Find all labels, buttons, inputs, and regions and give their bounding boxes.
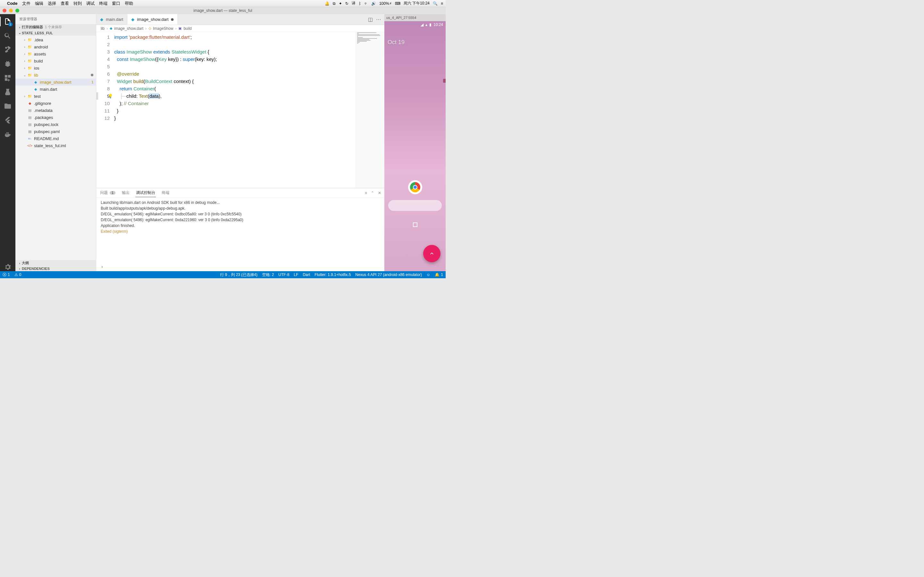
status-errors[interactable]: ⓧ 1 [3, 272, 10, 277]
tab-image-show-dart[interactable]: ◆ image_show.dart [128, 14, 178, 25]
status-cursor[interactable]: 行 9，列 23 (已选择4) [220, 272, 258, 277]
search-icon[interactable] [3, 31, 12, 40]
tree-item-ios[interactable]: ›📁ios [15, 64, 96, 71]
source-control-icon[interactable] [3, 45, 12, 54]
sync-icon[interactable]: ↻ [345, 1, 349, 6]
battery-status[interactable]: 100% ⚡︎ [379, 1, 392, 6]
explorer-badge: 1 [8, 23, 13, 26]
menu-help[interactable]: 帮助 [125, 1, 133, 6]
docker-icon[interactable] [3, 130, 12, 139]
tree-item-pubspec-lock[interactable]: ▤pubspec.lock [15, 121, 96, 128]
tree-item-pubspec-yaml[interactable]: ▤pubspec.yaml [15, 128, 96, 135]
panel-tab-debug-console[interactable]: 调试控制台 [136, 190, 156, 197]
outline-section[interactable]: ›大纲 [15, 260, 96, 266]
debug-icon[interactable] [3, 60, 12, 68]
unsaved-count: 1 个未保存 [45, 25, 62, 29]
folder-open-icon[interactable] [3, 102, 12, 110]
project-section[interactable]: ⌄ STATE_LESS_FUL [15, 30, 96, 35]
collapse-panel-icon[interactable]: ⌃ [371, 191, 374, 195]
file-tree[interactable]: ›📁.idea›📁android›📁assets›📁build›📁ios⌄📁li… [15, 35, 96, 260]
traffic-lights [3, 9, 19, 13]
tree-item-test[interactable]: ›📁test [15, 93, 96, 100]
debug-console-output[interactable]: Launching lib/main.dart on Android SDK b… [96, 198, 384, 263]
tree-item-build[interactable]: ›📁build [15, 57, 96, 64]
status-encoding[interactable]: UTF-8 [278, 272, 289, 277]
tree-item-README-md[interactable]: M↓README.md [15, 135, 96, 142]
menu-file[interactable]: 文件 [22, 1, 31, 6]
tree-item--packages[interactable]: ▤.packages [15, 114, 96, 121]
tree-item-lib[interactable]: ⌄📁lib [15, 71, 96, 79]
code-content[interactable]: import 'package:flutter/material.dart';c… [114, 32, 384, 188]
app-name[interactable]: Code [7, 1, 18, 6]
close-button[interactable] [3, 9, 6, 13]
tree-item-state_less_ful-iml[interactable]: </>state_less_ful.iml [15, 142, 96, 149]
tree-item-image_show-dart[interactable]: ◆image_show.dart1 [15, 79, 96, 85]
editor-tabs: ◆ main.dart ◆ image_show.dart ◫ ⋯ [96, 14, 384, 25]
extension-icon[interactable]: ✦ [339, 1, 342, 6]
panel-tab-terminal[interactable]: 终端 [161, 190, 170, 195]
flutter-icon[interactable] [3, 116, 12, 124]
fab-scroll-top[interactable] [423, 245, 441, 262]
tab-main-dart[interactable]: ◆ main.dart [96, 14, 128, 25]
input-method-icon[interactable]: ⌨︎ [395, 1, 401, 6]
google-search-bar[interactable] [388, 200, 442, 211]
tree-item--gitignore[interactable]: ◆.gitignore [15, 100, 96, 107]
spotlight-icon[interactable]: 🔍 [433, 1, 438, 6]
explorer-icon[interactable]: 1 [3, 17, 12, 26]
emulator-panel: us_4_API_27:5554 ◢ ▴ ▮ 10:24 Oct 19 [384, 14, 446, 271]
menu-select[interactable]: 选择 [48, 1, 56, 6]
emulator-title: us_4_API_27:5554 [384, 14, 446, 21]
datetime[interactable]: 周六 下午10:24 [404, 1, 430, 6]
status-warnings[interactable]: ⚠ 0 [15, 272, 21, 277]
panel-tab-problems[interactable]: 问题 1 [99, 190, 116, 195]
debug-console-input[interactable]: › [96, 263, 384, 271]
close-panel-icon[interactable]: ✕ [378, 191, 381, 195]
split-editor-icon[interactable]: ◫ [368, 16, 373, 23]
status-flutter[interactable]: Flutter: 1.9.1+hotfix.5 [315, 272, 351, 277]
test-icon[interactable] [3, 88, 12, 96]
tree-item-android[interactable]: ›📁android [15, 43, 96, 50]
status-bell[interactable]: 🔔 1 [435, 272, 443, 277]
open-editors-section[interactable]: › 打开的编辑器 1 个未保存 [15, 24, 96, 30]
tree-item-assets[interactable]: ›📁assets [15, 50, 96, 57]
filter-icon[interactable]: ≡ [365, 191, 367, 195]
status-lang[interactable]: Dart [303, 272, 310, 277]
no-sim-icon: ◢ [421, 23, 423, 27]
android-nav-bar [384, 220, 446, 229]
emulator-screen[interactable]: ◢ ▴ ▮ 10:24 Oct 19 [384, 21, 446, 271]
chrome-app-icon[interactable] [408, 180, 422, 194]
screen-record-icon[interactable]: ⧉ [333, 1, 336, 6]
status-feedback-icon[interactable]: ☺ [426, 272, 430, 277]
more-actions-icon[interactable]: ⋯ [376, 16, 381, 23]
tree-item--metadata[interactable]: ▤.metadata [15, 107, 96, 114]
bottom-panel: 问题 1 输出 调试控制台 终端 ≡ ⌃ ✕ Launching lib/mai… [96, 188, 384, 271]
settings-icon[interactable] [3, 263, 12, 271]
panel-tabs: 问题 1 输出 调试控制台 终端 ≡ ⌃ ✕ [96, 188, 384, 198]
minimize-button[interactable] [9, 9, 13, 13]
translate-icon[interactable]: 译 [352, 1, 355, 6]
status-eol[interactable]: LF [294, 272, 298, 277]
menu-window[interactable]: 窗口 [112, 1, 120, 6]
menu-terminal[interactable]: 终端 [99, 1, 107, 6]
maximize-button[interactable] [15, 9, 19, 13]
menu-goto[interactable]: 转到 [73, 1, 82, 6]
menu-icon[interactable]: ≡ [441, 1, 443, 6]
breadcrumb[interactable]: lib› ◆image_show.dart› ◇ImageShow› ▣buil… [96, 25, 384, 32]
wifi-icon[interactable]: ᯤ [364, 1, 368, 6]
minimap[interactable] [355, 32, 384, 188]
panel-tab-output[interactable]: 输出 [121, 190, 130, 195]
status-spaces[interactable]: 空格: 2 [262, 272, 274, 277]
extensions-icon[interactable] [3, 74, 12, 82]
tree-item-main-dart[interactable]: ◆main.dart [15, 85, 96, 93]
menu-edit[interactable]: 编辑 [35, 1, 43, 6]
menu-view[interactable]: 查看 [61, 1, 69, 6]
menu-debug[interactable]: 调试 [86, 1, 95, 6]
bluetooth-icon[interactable]: ᛒ [359, 1, 361, 6]
volume-icon[interactable]: 🔊 [371, 1, 376, 6]
code-editor[interactable]: 123456789101112 import 'package:flutter/… [96, 32, 384, 188]
status-device[interactable]: Nexus 4 API 27 (android-x86 emulator) [355, 272, 422, 277]
notification-icon[interactable]: 🔔 [325, 1, 330, 6]
nav-overview-icon[interactable] [413, 222, 417, 227]
dependencies-section[interactable]: ›DEPENDENCIES [15, 266, 96, 271]
tree-item--idea[interactable]: ›📁.idea [15, 36, 96, 43]
